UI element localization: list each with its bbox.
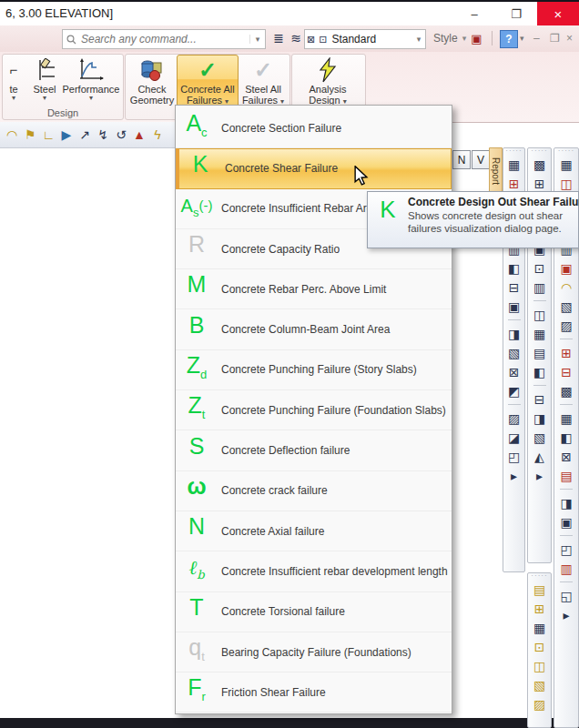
menu-item[interactable]: Fr Friction Shear Failure <box>176 672 452 713</box>
toolbar-icon[interactable]: ▧ <box>528 675 551 694</box>
toolbar-icon[interactable]: ◪ <box>503 428 524 447</box>
n-button[interactable]: N <box>452 150 471 169</box>
style-control[interactable]: Style ▾ ▣ <box>433 29 482 47</box>
chevron-down-icon[interactable]: ▾ <box>520 34 524 43</box>
toolbar-icon[interactable]: ▤ <box>554 466 578 485</box>
toolbar-icon[interactable]: ▧ <box>503 343 524 362</box>
toolbar-icon[interactable] <box>554 400 578 409</box>
toolbar-icon[interactable]: ▸ <box>528 466 551 485</box>
toolbar-icon[interactable]: ↺ <box>112 125 130 145</box>
toolbar-icon[interactable]: ◰ <box>554 540 578 559</box>
toolbar-icon[interactable]: ▨ <box>554 316 578 335</box>
toolbar-icon[interactable]: ▨ <box>503 409 524 428</box>
toolbar-icon[interactable]: ◨ <box>554 493 578 512</box>
toolbar-icon[interactable]: ⊠ <box>503 362 524 381</box>
toolbar-icon[interactable]: ▲ <box>130 125 148 145</box>
toolbar-icon[interactable]: ▦ <box>528 324 551 343</box>
toolbar-icon[interactable]: ◫ <box>528 305 551 324</box>
style-preset-combo[interactable]: ⊠ ⊡ Standard ▾ <box>304 29 426 49</box>
toolbar-icon[interactable]: ▦ <box>528 618 551 637</box>
toolbar-icon[interactable] <box>554 485 578 493</box>
menu-item[interactable]: M Concrete Rebar Perc. Above Limit <box>176 269 452 309</box>
toolbar-icon[interactable]: ▣ <box>554 512 578 531</box>
layer-stack-icon[interactable]: ≣ <box>270 29 287 47</box>
toolbar-icon[interactable]: ◨ <box>528 409 551 428</box>
help-button[interactable]: ? <box>500 30 518 48</box>
toolbar-icon[interactable]: ▨ <box>528 694 551 713</box>
toolbar-icon[interactable]: ▤ <box>528 343 551 362</box>
toolbar-icon[interactable]: ⚑ <box>21 125 39 145</box>
toolbar-icon[interactable] <box>528 297 551 305</box>
menu-item[interactable]: qt Bearing Capacity Failure (Foundations… <box>176 632 452 672</box>
concrete-all-failures-button[interactable]: ✓ Concrete All Failures ▾ <box>177 55 239 109</box>
menu-item[interactable]: K Concrete Shear Failure <box>176 148 452 188</box>
toolbar-icon[interactable]: ⊟ <box>554 362 578 381</box>
menu-item[interactable]: ℓb Concrete Insufficient rebar developme… <box>176 551 452 592</box>
toolbar-icon[interactable]: ⊡ <box>528 258 551 278</box>
command-search-box[interactable]: ▾ <box>62 29 266 49</box>
document-close-button[interactable]: × <box>566 32 573 45</box>
search-dropdown-icon[interactable]: ▾ <box>249 35 265 44</box>
toolbar-grip[interactable]: ····· <box>554 148 578 155</box>
toolbar-icon[interactable]: ▦ <box>503 155 524 174</box>
menu-item[interactable]: N Concrete Axial failure <box>176 511 452 551</box>
menu-item[interactable]: Ac Concrete Section Failure <box>176 108 452 148</box>
toolbar-icon[interactable]: ⊞ <box>528 599 551 618</box>
toolbar-icon[interactable]: ▶ <box>57 125 76 145</box>
toolbar-icon[interactable]: ⊠ <box>554 447 578 466</box>
menu-item[interactable]: S Concrete Deflection failure <box>176 430 452 470</box>
toolbar-icon[interactable]: ▣ <box>503 297 524 316</box>
toolbar-icon[interactable]: ◧ <box>554 428 578 447</box>
menu-item[interactable]: Zd Concrete Punching Failure (Story Slab… <box>176 350 452 390</box>
toolbar-icon[interactable] <box>503 316 524 324</box>
analysis-design-button[interactable]: Analysis Design ▾ <box>301 56 354 106</box>
chevron-down-icon[interactable]: ▾ <box>462 34 467 43</box>
toolbar-icon[interactable]: ↯ <box>94 125 112 145</box>
toolbar-icon[interactable]: ▥ <box>554 559 578 578</box>
toolbar-icon[interactable]: ⊟ <box>503 278 524 297</box>
close-button[interactable]: × <box>537 2 579 25</box>
toolbar-icon[interactable] <box>503 400 524 409</box>
toolbar-icon[interactable]: ◧ <box>503 258 524 278</box>
toolbar-grip[interactable]: ····· <box>528 573 551 580</box>
concrete-button-partial[interactable]: ⌐ te ▾ <box>1 56 26 106</box>
layer-stack-alt-icon[interactable]: ≋ <box>288 29 304 47</box>
toolbar-icon[interactable]: ϟ <box>148 125 167 145</box>
toolbar-icon[interactable]: ▸ <box>554 605 578 624</box>
toolbar-icon[interactable] <box>528 381 551 389</box>
toolbar-icon[interactable] <box>554 335 578 343</box>
toolbar-icon[interactable]: ◩ <box>503 381 524 400</box>
search-input[interactable] <box>79 32 249 46</box>
menu-item[interactable]: T Concrete Torsional failure <box>176 592 452 632</box>
check-geometry-button[interactable]: CheckGeometry <box>128 56 176 106</box>
report-tab[interactable]: Report <box>489 147 503 195</box>
minimize-button[interactable]: – <box>453 2 495 25</box>
toolbar-icon[interactable]: ◫ <box>554 174 578 193</box>
toolbar-icon[interactable]: ▩ <box>554 381 578 400</box>
toolbar-grip[interactable]: ····· <box>528 148 551 155</box>
toolbar-icon[interactable]: ▦ <box>554 155 578 174</box>
chevron-down-icon[interactable]: ▾ <box>412 35 425 44</box>
toolbar-icon[interactable]: ↗ <box>76 125 94 145</box>
toolbar-icon[interactable]: ▸ <box>503 466 524 485</box>
toolbar-icon[interactable]: ◠ <box>554 278 578 297</box>
toolbar-icon[interactable]: ▣ <box>554 258 578 278</box>
toolbar-icon[interactable] <box>554 578 578 586</box>
toolbar-icon[interactable]: ⊟ <box>528 389 551 409</box>
v-button[interactable]: V <box>472 150 490 169</box>
toolbar-icon[interactable]: ▩ <box>528 155 551 174</box>
toolbar-icon[interactable]: ▦ <box>554 409 578 428</box>
toolbar-icon[interactable]: ⊞ <box>528 174 551 193</box>
toolbar-icon[interactable]: ◰ <box>503 447 524 466</box>
toolbar-icon[interactable]: ◠ <box>3 125 21 145</box>
toolbar-grip[interactable]: ····· <box>503 148 524 155</box>
toolbar-icon[interactable]: ◭ <box>528 447 551 466</box>
steel-all-failures-button[interactable]: ✓ Steel All Failures ▾ <box>239 56 288 106</box>
steel-button[interactable]: Steel ▾ <box>27 56 62 106</box>
toolbar-icon[interactable]: ◫ <box>528 656 551 675</box>
menu-item[interactable]: ω Concrete crack failure <box>176 471 452 511</box>
menu-item[interactable]: B Concrete Column-Beam Joint Area <box>176 309 452 349</box>
toolbar-icon[interactable]: ▤ <box>528 580 551 599</box>
toolbar-icon[interactable]: ▧ <box>528 428 551 447</box>
toolbar-icon[interactable]: ◱ <box>554 586 578 605</box>
